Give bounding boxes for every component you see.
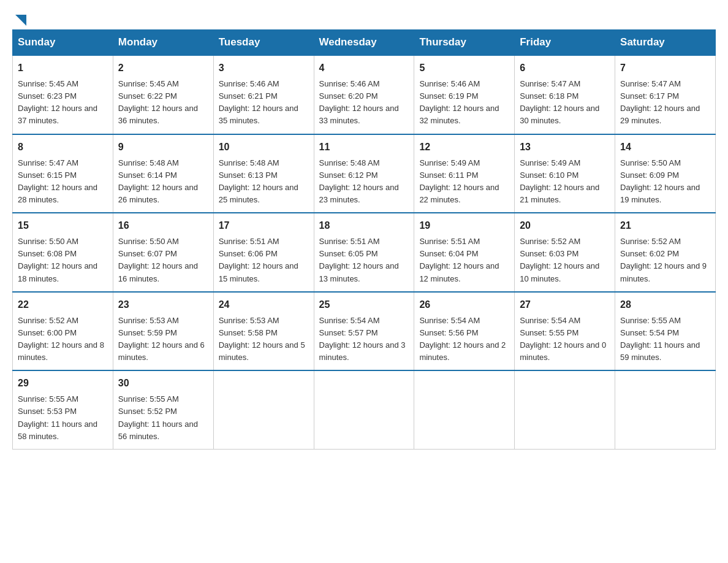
day-number: 16 (118, 218, 208, 233)
week-row-1: 1 Sunrise: 5:45 AM Sunset: 6:23 PM Dayli… (13, 55, 716, 134)
week-row-2: 8 Sunrise: 5:47 AM Sunset: 6:15 PM Dayli… (13, 134, 716, 213)
calendar-cell: 9 Sunrise: 5:48 AM Sunset: 6:14 PM Dayli… (113, 134, 213, 213)
day-info: Sunrise: 5:51 AM Sunset: 6:05 PM Dayligh… (319, 237, 399, 283)
day-number: 26 (419, 297, 509, 312)
day-info: Sunrise: 5:48 AM Sunset: 6:12 PM Dayligh… (319, 158, 399, 204)
week-row-5: 29 Sunrise: 5:55 AM Sunset: 5:53 PM Dayl… (13, 370, 716, 449)
calendar-cell: 17 Sunrise: 5:51 AM Sunset: 6:06 PM Dayl… (213, 213, 314, 292)
calendar-cell: 25 Sunrise: 5:54 AM Sunset: 5:57 PM Dayl… (314, 292, 414, 371)
logo-triangle-icon (14, 13, 28, 27)
calendar-cell: 22 Sunrise: 5:52 AM Sunset: 6:00 PM Dayl… (13, 292, 113, 371)
day-number: 29 (18, 376, 108, 391)
calendar-cell: 1 Sunrise: 5:45 AM Sunset: 6:23 PM Dayli… (13, 55, 113, 134)
page-header (12, 12, 716, 23)
day-info: Sunrise: 5:52 AM Sunset: 6:02 PM Dayligh… (620, 237, 707, 283)
logo (12, 12, 28, 23)
calendar-cell: 14 Sunrise: 5:50 AM Sunset: 6:09 PM Dayl… (615, 134, 716, 213)
day-number: 18 (319, 218, 409, 233)
calendar-cell: 23 Sunrise: 5:53 AM Sunset: 5:59 PM Dayl… (113, 292, 213, 371)
day-info: Sunrise: 5:46 AM Sunset: 6:21 PM Dayligh… (219, 79, 298, 125)
day-info: Sunrise: 5:48 AM Sunset: 6:13 PM Dayligh… (219, 158, 298, 204)
calendar-cell: 29 Sunrise: 5:55 AM Sunset: 5:53 PM Dayl… (13, 370, 113, 449)
calendar-cell: 27 Sunrise: 5:54 AM Sunset: 5:55 PM Dayl… (515, 292, 615, 371)
calendar-cell: 7 Sunrise: 5:47 AM Sunset: 6:17 PM Dayli… (615, 55, 716, 134)
day-info: Sunrise: 5:45 AM Sunset: 6:22 PM Dayligh… (118, 79, 198, 125)
calendar-header-row: SundayMondayTuesdayWednesdayThursdayFrid… (13, 30, 716, 56)
day-info: Sunrise: 5:47 AM Sunset: 6:15 PM Dayligh… (18, 158, 97, 204)
calendar-cell: 24 Sunrise: 5:53 AM Sunset: 5:58 PM Dayl… (213, 292, 314, 371)
day-number: 23 (118, 297, 208, 312)
day-info: Sunrise: 5:55 AM Sunset: 5:53 PM Dayligh… (18, 394, 97, 440)
header-wednesday: Wednesday (314, 30, 414, 56)
day-number: 17 (219, 218, 309, 233)
day-info: Sunrise: 5:49 AM Sunset: 6:11 PM Dayligh… (419, 158, 499, 204)
calendar-cell (615, 370, 716, 449)
calendar-cell: 5 Sunrise: 5:46 AM Sunset: 6:19 PM Dayli… (414, 55, 515, 134)
calendar-table: SundayMondayTuesdayWednesdayThursdayFrid… (12, 29, 716, 450)
day-info: Sunrise: 5:49 AM Sunset: 6:10 PM Dayligh… (520, 158, 599, 204)
day-number: 27 (520, 297, 610, 312)
calendar-cell: 28 Sunrise: 5:55 AM Sunset: 5:54 PM Dayl… (615, 292, 716, 371)
day-info: Sunrise: 5:54 AM Sunset: 5:55 PM Dayligh… (520, 316, 606, 362)
calendar-cell: 18 Sunrise: 5:51 AM Sunset: 6:05 PM Dayl… (314, 213, 414, 292)
calendar-cell (314, 370, 414, 449)
calendar-cell: 11 Sunrise: 5:48 AM Sunset: 6:12 PM Dayl… (314, 134, 414, 213)
calendar-cell: 26 Sunrise: 5:54 AM Sunset: 5:56 PM Dayl… (414, 292, 515, 371)
day-info: Sunrise: 5:52 AM Sunset: 6:03 PM Dayligh… (520, 237, 599, 283)
day-number: 4 (319, 61, 409, 75)
calendar-cell: 4 Sunrise: 5:46 AM Sunset: 6:20 PM Dayli… (314, 55, 414, 134)
header-monday: Monday (113, 30, 213, 56)
day-info: Sunrise: 5:52 AM Sunset: 6:00 PM Dayligh… (18, 316, 104, 362)
calendar-cell: 30 Sunrise: 5:55 AM Sunset: 5:52 PM Dayl… (113, 370, 213, 449)
day-number: 3 (219, 61, 309, 75)
day-number: 1 (18, 61, 108, 75)
header-friday: Friday (515, 30, 615, 56)
day-info: Sunrise: 5:54 AM Sunset: 5:56 PM Dayligh… (419, 316, 506, 362)
day-number: 24 (219, 297, 309, 312)
day-info: Sunrise: 5:53 AM Sunset: 5:59 PM Dayligh… (118, 316, 205, 362)
calendar-cell: 3 Sunrise: 5:46 AM Sunset: 6:21 PM Dayli… (213, 55, 314, 134)
header-saturday: Saturday (615, 30, 716, 56)
day-number: 21 (620, 218, 710, 233)
day-info: Sunrise: 5:55 AM Sunset: 5:54 PM Dayligh… (620, 316, 700, 362)
header-tuesday: Tuesday (213, 30, 314, 56)
calendar-cell: 12 Sunrise: 5:49 AM Sunset: 6:11 PM Dayl… (414, 134, 515, 213)
day-number: 20 (520, 218, 610, 233)
day-number: 7 (620, 61, 710, 75)
day-number: 25 (319, 297, 409, 312)
calendar-cell: 8 Sunrise: 5:47 AM Sunset: 6:15 PM Dayli… (13, 134, 113, 213)
day-number: 9 (118, 140, 208, 155)
week-row-3: 15 Sunrise: 5:50 AM Sunset: 6:08 PM Dayl… (13, 213, 716, 292)
day-info: Sunrise: 5:47 AM Sunset: 6:18 PM Dayligh… (520, 79, 599, 125)
day-number: 2 (118, 61, 208, 75)
day-info: Sunrise: 5:46 AM Sunset: 6:20 PM Dayligh… (319, 79, 399, 125)
calendar-cell: 2 Sunrise: 5:45 AM Sunset: 6:22 PM Dayli… (113, 55, 213, 134)
day-info: Sunrise: 5:50 AM Sunset: 6:08 PM Dayligh… (18, 237, 97, 283)
calendar-cell: 13 Sunrise: 5:49 AM Sunset: 6:10 PM Dayl… (515, 134, 615, 213)
calendar-cell: 15 Sunrise: 5:50 AM Sunset: 6:08 PM Dayl… (13, 213, 113, 292)
day-number: 11 (319, 140, 409, 155)
calendar-cell: 6 Sunrise: 5:47 AM Sunset: 6:18 PM Dayli… (515, 55, 615, 134)
calendar-cell: 10 Sunrise: 5:48 AM Sunset: 6:13 PM Dayl… (213, 134, 314, 213)
header-thursday: Thursday (414, 30, 515, 56)
day-info: Sunrise: 5:54 AM Sunset: 5:57 PM Dayligh… (319, 316, 406, 362)
day-info: Sunrise: 5:55 AM Sunset: 5:52 PM Dayligh… (118, 394, 198, 440)
day-info: Sunrise: 5:50 AM Sunset: 6:09 PM Dayligh… (620, 158, 700, 204)
day-number: 10 (219, 140, 309, 155)
day-number: 14 (620, 140, 710, 155)
day-number: 22 (18, 297, 108, 312)
day-info: Sunrise: 5:50 AM Sunset: 6:07 PM Dayligh… (118, 237, 198, 283)
week-row-4: 22 Sunrise: 5:52 AM Sunset: 6:00 PM Dayl… (13, 292, 716, 371)
calendar-cell: 19 Sunrise: 5:51 AM Sunset: 6:04 PM Dayl… (414, 213, 515, 292)
day-number: 30 (118, 376, 208, 391)
svg-marker-0 (15, 15, 26, 26)
day-number: 5 (419, 61, 509, 75)
day-number: 6 (520, 61, 610, 75)
day-info: Sunrise: 5:51 AM Sunset: 6:04 PM Dayligh… (419, 237, 499, 283)
day-number: 15 (18, 218, 108, 233)
header-sunday: Sunday (13, 30, 113, 56)
day-number: 8 (18, 140, 108, 155)
day-number: 12 (419, 140, 509, 155)
day-number: 28 (620, 297, 710, 312)
calendar-cell (213, 370, 314, 449)
